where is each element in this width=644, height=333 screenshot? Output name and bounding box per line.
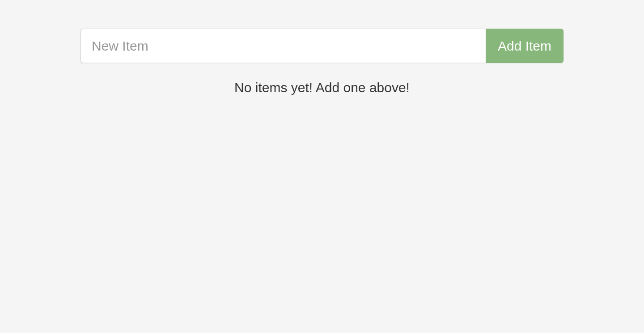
main-container: Add Item No items yet! Add one above!: [80, 0, 564, 95]
new-item-input[interactable]: [80, 29, 486, 63]
empty-state-message: No items yet! Add one above!: [80, 80, 564, 95]
add-item-form: Add Item: [80, 29, 564, 63]
add-item-button[interactable]: Add Item: [486, 29, 564, 63]
